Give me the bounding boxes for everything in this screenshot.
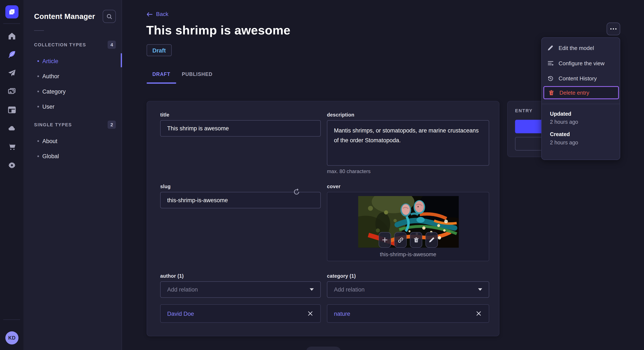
menu-item-configure-the-view[interactable]: Configure the view [543,57,619,69]
divider [34,30,44,31]
floating-widget[interactable] [306,347,341,350]
bullet-icon [37,90,39,92]
sidebar-item-label: About [42,138,58,144]
close-icon [308,311,313,316]
relation-link-nature[interactable]: nature [334,310,350,317]
relation-link-david-doe[interactable]: David Doe [167,310,194,317]
feather-icon [8,50,16,59]
back-label: Back [156,11,168,17]
trash-icon [413,237,419,243]
back-link[interactable]: Back [146,11,168,17]
sidebar-item-label: Category [42,88,66,95]
section-label-collection-types: COLLECTION TYPES [34,42,86,47]
nav-cloud-button[interactable] [4,121,19,136]
add-asset-button[interactable] [379,232,391,248]
cover-actions-toolbar [379,232,438,248]
nav-media-library-button[interactable] [4,84,19,99]
description-textarea[interactable]: Mantis shrimps, or stomatopods, are mari… [327,120,489,166]
sidebar-item-label: Article [42,58,58,64]
bullet-icon [37,155,39,157]
media-library-icon [8,87,16,96]
menu-item-edit-the-model[interactable]: Edit the model [543,42,619,54]
menu-item-delete-entry[interactable]: Delete entry [543,86,619,99]
nav-content-type-builder-button[interactable] [4,103,19,117]
layout-icon [8,106,16,114]
created-label: Created [550,131,570,137]
sidebar-item-user[interactable]: User [24,99,122,114]
bullet-icon [37,60,39,62]
copy-link-button[interactable] [394,232,406,248]
sidebar-item-author[interactable]: Author [24,68,122,84]
nav-home-button[interactable] [4,29,19,43]
chevron-down-icon [310,288,314,291]
app-window: KD Content Manager COLLECTION TYPES 4 Ar… [0,0,644,350]
delete-asset-button[interactable] [410,232,422,248]
sidebar-item-global[interactable]: Global [24,149,122,164]
nav-marketplace-button[interactable] [4,140,19,154]
entry-title: This shrimp is awesome [146,23,290,37]
search-button[interactable] [103,10,116,23]
bullet-icon [37,75,39,77]
tab-draft[interactable]: DRAFT [146,69,176,82]
menu-item-content-history[interactable]: Content History [543,72,619,84]
category-field-label: category (1) [327,273,356,279]
cover-filename: this-shrimp-is-awesome [327,251,489,257]
nav-releases-button[interactable] [4,66,19,80]
sidebar-divider [3,319,20,320]
edit-asset-button[interactable] [426,232,438,248]
nav-content-manager-button[interactable] [4,47,19,62]
edit-form-panel: title description Mantis shrimps, or sto… [146,101,500,336]
single-types-count-badge: 2 [108,121,116,129]
sidebar-divider [3,23,20,24]
plus-icon [382,237,388,243]
author-relation-combobox[interactable]: Add relation [160,281,321,298]
search-icon [106,13,112,19]
menu-item-label: Delete entry [560,90,589,96]
tab-published[interactable]: PUBLISHED [176,69,218,82]
chevron-down-icon [478,288,482,291]
entry-panel-title: ENTRY [515,108,532,113]
ellipsis-icon [613,28,614,29]
remove-author-relation-button[interactable] [307,310,314,317]
more-options-button[interactable] [606,22,620,35]
combobox-placeholder: Add relation [334,286,364,293]
ellipsis-icon [610,28,612,29]
home-icon [8,32,16,40]
author-relation-item: David Doe [160,304,321,323]
page-title: Content Manager [34,12,95,21]
sidebar-item-about[interactable]: About [24,133,122,149]
regenerate-slug-button[interactable] [293,188,300,196]
menu-divider [542,104,620,104]
slug-field-label: slug [160,184,170,189]
updated-value: 2 hours ago [550,119,578,125]
remove-category-relation-button[interactable] [475,310,482,317]
close-icon [476,311,481,316]
strapi-logo-icon [8,7,16,16]
category-relation-item: nature [327,304,489,323]
pencil-icon [547,45,554,51]
updated-label: Updated [550,111,571,117]
link-icon [398,237,404,243]
description-field-label: description [327,112,354,118]
strapi-logo[interactable] [5,5,18,18]
history-icon [547,75,554,81]
cloud-icon [8,124,16,133]
refresh-icon [293,188,300,196]
tab-bar: DRAFT PUBLISHED [146,69,218,82]
sidebar-item-article[interactable]: Article [24,53,122,68]
nav-settings-button[interactable] [4,158,19,173]
status-badge: Draft [146,44,172,56]
title-input[interactable] [160,120,321,137]
title-field-label: title [160,112,169,118]
user-avatar[interactable]: KD [5,331,18,345]
section-label-single-types: SINGLE TYPES [34,122,72,127]
created-value: 2 hours ago [550,140,578,146]
bullet-icon [37,140,39,142]
list-plus-icon [547,60,554,66]
category-relation-combobox[interactable]: Add relation [327,281,489,298]
sidebar-item-category[interactable]: Category [24,84,122,99]
paper-plane-icon [8,69,16,77]
menu-item-label: Content History [558,75,597,81]
sidebar-item-label: Author [42,73,60,79]
active-tab-underline [146,82,176,84]
